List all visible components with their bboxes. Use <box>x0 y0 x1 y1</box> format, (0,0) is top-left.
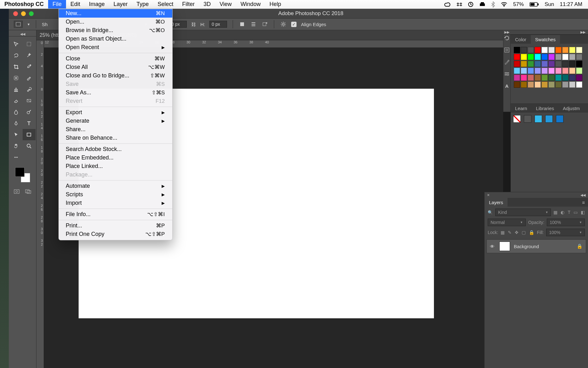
wifi-icon[interactable] <box>501 2 508 7</box>
tab-libraries[interactable]: Libraries <box>531 104 558 113</box>
swatch[interactable] <box>555 68 562 74</box>
character-icon[interactable]: A <box>504 83 510 89</box>
properties-icon[interactable] <box>504 47 510 53</box>
hand-tool[interactable] <box>9 140 23 152</box>
edit-toolbar[interactable] <box>9 152 23 163</box>
menu-item-scripts[interactable]: Scripts▶ <box>59 190 172 199</box>
adjustment-preset[interactable] <box>545 115 553 123</box>
panel-menu-icon[interactable]: ≡ <box>582 200 588 205</box>
swatch[interactable] <box>535 68 541 74</box>
menu-item-import[interactable]: Import▶ <box>59 199 172 207</box>
tab-learn[interactable]: Learn <box>511 104 531 113</box>
filter-smart-icon[interactable]: ◧ <box>581 210 585 215</box>
swatch[interactable] <box>514 68 520 74</box>
lock-artboard-icon[interactable]: ▢ <box>522 230 526 235</box>
lasso-tool[interactable] <box>9 50 23 61</box>
swatch[interactable] <box>535 61 541 67</box>
zoom-tool[interactable] <box>23 140 36 152</box>
swatch[interactable] <box>569 61 575 67</box>
swatch[interactable] <box>576 75 582 81</box>
blend-mode-select[interactable]: Normal▼ <box>488 219 526 226</box>
history-brush-tool[interactable] <box>23 84 36 95</box>
menu-image[interactable]: Image <box>85 0 109 8</box>
adjustment-preset[interactable] <box>535 115 542 123</box>
move-tool[interactable] <box>9 38 23 50</box>
swatch[interactable] <box>521 61 527 67</box>
fill-input[interactable]: 100%▼ <box>546 229 585 236</box>
gradient-tool[interactable] <box>23 95 36 106</box>
adjustment-preset[interactable] <box>513 115 521 123</box>
swatch[interactable] <box>521 81 527 88</box>
swatch[interactable] <box>548 75 555 81</box>
swatch[interactable] <box>535 75 541 81</box>
menu-layer[interactable]: Layer <box>109 0 132 8</box>
swatch[interactable] <box>569 75 575 81</box>
menu-item-print-one-copy[interactable]: Print One Copy⌥⇧⌘P <box>59 230 172 238</box>
minimize-window-icon[interactable] <box>21 11 26 16</box>
adjustment-preset[interactable] <box>524 115 531 123</box>
history-icon[interactable] <box>504 35 510 41</box>
swatch[interactable] <box>555 75 562 81</box>
swatch[interactable] <box>562 47 569 53</box>
lock-all-icon[interactable]: 🔒 <box>529 230 534 235</box>
swatch[interactable] <box>535 81 541 88</box>
filter-type-icon[interactable]: T <box>568 210 570 215</box>
menu-item-place-embedded[interactable]: Place Embedded... <box>59 153 172 162</box>
current-tool-preset[interactable] <box>14 21 23 28</box>
swatch[interactable] <box>569 54 575 60</box>
swatch[interactable] <box>528 68 534 74</box>
swatch[interactable] <box>528 61 534 67</box>
menu-item-print[interactable]: Print...⌘P <box>59 221 172 230</box>
dropbox-icon[interactable] <box>457 2 462 7</box>
swatch[interactable] <box>541 81 548 88</box>
menu-item-open-as-smart-object[interactable]: Open as Smart Object... <box>59 35 172 43</box>
screen-mode-icon[interactable] <box>23 188 34 195</box>
swatch[interactable] <box>548 81 555 88</box>
swatch[interactable] <box>541 61 548 67</box>
height-input[interactable] <box>209 21 227 28</box>
swatch[interactable] <box>521 54 527 60</box>
layer-thumbnail[interactable] <box>499 242 510 251</box>
swatch[interactable] <box>576 47 582 53</box>
menu-item-close-all[interactable]: Close All⌥⌘W <box>59 63 172 71</box>
menu-item-automate[interactable]: Automate▶ <box>59 182 172 190</box>
tab-swatches[interactable]: Swatches <box>531 35 560 44</box>
swatch[interactable] <box>562 75 569 81</box>
magic-wand-tool[interactable] <box>23 50 36 61</box>
swatch[interactable] <box>569 68 575 74</box>
swatch[interactable] <box>541 54 548 60</box>
filter-adjust-icon[interactable]: ◐ <box>561 210 564 215</box>
menu-edit[interactable]: Edit <box>66 0 85 8</box>
stamp-tool[interactable] <box>9 84 23 95</box>
swatch[interactable] <box>528 47 534 53</box>
menu-view[interactable]: View <box>215 0 236 8</box>
foreground-color[interactable] <box>15 167 25 177</box>
menu-item-close-and-go-to-bridge[interactable]: Close and Go to Bridge...⇧⌘W <box>59 71 172 80</box>
quick-mask-icon[interactable] <box>11 188 22 195</box>
menu-item-generate[interactable]: Generate▶ <box>59 117 172 125</box>
opacity-input[interactable]: 100%▼ <box>547 219 585 226</box>
layer-row[interactable]: 👁 Background 🔒 <box>486 239 586 253</box>
adjustment-preset[interactable] <box>556 115 563 123</box>
swatch[interactable] <box>528 81 534 88</box>
swatch[interactable] <box>535 54 541 60</box>
lock-position-icon[interactable]: ✥ <box>515 230 519 235</box>
menu-item-browse-in-bridge[interactable]: Browse in Bridge...⌥⌘O <box>59 26 172 35</box>
swatch[interactable] <box>562 54 569 60</box>
collapse-icon[interactable]: ▶▶ <box>511 30 588 35</box>
swatch[interactable] <box>569 47 575 53</box>
dodge-tool[interactable] <box>23 106 36 118</box>
panel-close-icon[interactable]: × <box>487 192 490 198</box>
tab-color[interactable]: Color <box>511 35 531 44</box>
menu-item-new[interactable]: New...⌘N <box>59 9 172 18</box>
swatch[interactable] <box>576 68 582 74</box>
swatch[interactable] <box>535 47 541 53</box>
creative-cloud-icon[interactable] <box>444 2 451 7</box>
window-controls[interactable] <box>9 11 34 16</box>
swatch[interactable] <box>514 81 520 88</box>
swatch[interactable] <box>562 61 569 67</box>
swatch[interactable] <box>541 75 548 81</box>
swatch[interactable] <box>562 68 569 74</box>
eraser-tool[interactable] <box>9 95 23 106</box>
marquee-tool[interactable] <box>23 38 36 50</box>
